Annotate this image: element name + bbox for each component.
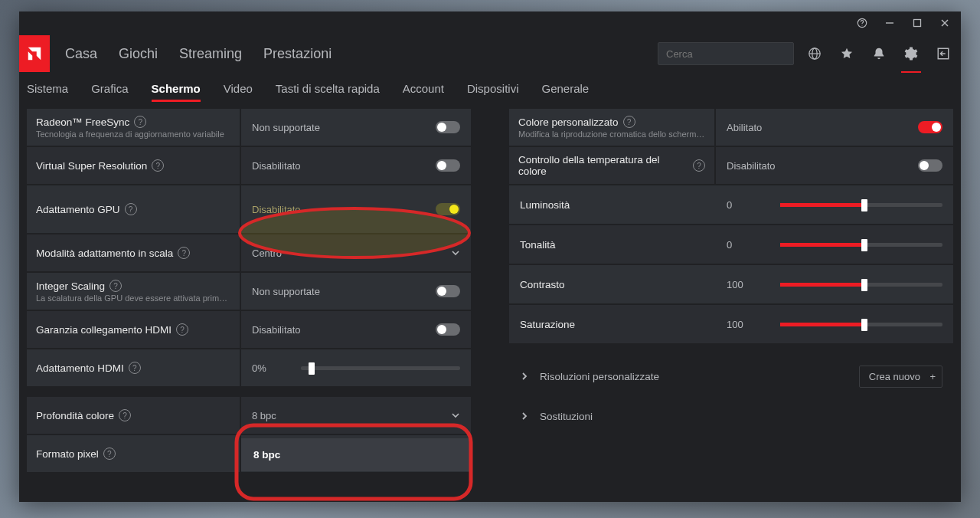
gpu-scaling-label: Adattamento GPU	[36, 204, 120, 215]
help-icon[interactable]: ?	[103, 448, 116, 460]
search-box[interactable]	[658, 42, 794, 65]
row-color-depth: Profondità colore? 8 bpc	[27, 397, 471, 434]
help-icon[interactable]: ?	[129, 362, 141, 374]
vsr-toggle[interactable]	[436, 159, 460, 172]
custom-color-sub: Modifica la riproduzione cromatica dello…	[518, 130, 705, 139]
color-depth-dropdown[interactable]: 8 bpc	[252, 410, 460, 421]
pixel-format-label: Formato pixel	[36, 448, 99, 460]
saturation-slider[interactable]	[780, 323, 942, 326]
close-button[interactable]	[939, 18, 950, 28]
row-gpu-scaling: Adattamento GPU? Disabilitato	[27, 185, 471, 233]
hue-slider[interactable]	[780, 243, 942, 247]
hue-label: Tonalità	[520, 239, 727, 251]
saturation-label: Saturazione	[520, 319, 727, 330]
row-contrast: Contrasto 100	[509, 265, 953, 303]
row-hue: Tonalità 0	[509, 225, 953, 264]
gpu-scaling-toggle[interactable]	[436, 203, 460, 215]
amd-logo[interactable]	[19, 35, 50, 72]
brightness-slider[interactable]	[780, 203, 942, 207]
row-custom-res[interactable]: Risoluzioni personalizzate Crea nuovo +	[509, 357, 953, 395]
row-hdmi-adapt: Adattamento HDMI? 0%	[27, 349, 471, 386]
right-column: Colore personalizzato? Modifica la ripro…	[509, 109, 953, 494]
tab-video[interactable]: Video	[224, 82, 253, 101]
gpu-scaling-value: Disabilitato	[252, 204, 301, 215]
contrast-label: Contrasto	[520, 279, 727, 290]
freesync-label: Radeon™ FreeSync	[36, 116, 129, 128]
saturation-value: 100	[727, 319, 780, 330]
freesync-toggle[interactable]	[436, 121, 460, 133]
svg-point-1	[861, 25, 862, 26]
hdmi-adapt-slider[interactable]: 0%	[252, 362, 460, 374]
chevron-right-icon	[520, 411, 529, 421]
contrast-value: 100	[727, 279, 780, 290]
help-icon[interactable]: ?	[125, 203, 137, 215]
tab-generale[interactable]: Generale	[541, 82, 589, 101]
row-integer-scaling: Integer Scaling? La scalatura della GPU …	[27, 273, 471, 310]
minimize-button[interactable]	[884, 18, 895, 28]
row-color-temp: Controllo della temperatura del colore? …	[509, 147, 953, 184]
nav-streaming[interactable]: Streaming	[179, 46, 242, 62]
help-icon[interactable]: ?	[134, 116, 146, 128]
scaling-mode-dropdown[interactable]: Centro	[252, 248, 460, 259]
custom-color-toggle[interactable]	[918, 121, 942, 133]
maximize-button[interactable]	[912, 18, 923, 28]
help-icon[interactable]: ?	[693, 159, 705, 172]
row-freesync: Radeon™ FreeSync? Tecnologia a frequenza…	[27, 109, 471, 146]
tab-hotkeys[interactable]: Tasti di scelta rapida	[276, 82, 380, 101]
custom-color-label: Colore personalizzato	[518, 116, 619, 128]
app-window: Casa Giochi Streaming Prestazioni Sistem…	[19, 11, 961, 502]
custom-color-value: Abilitato	[727, 122, 762, 133]
help-icon[interactable]: ?	[623, 116, 635, 128]
main-nav: Casa Giochi Streaming Prestazioni	[65, 46, 332, 62]
overrides-label: Sostituzioni	[540, 411, 593, 422]
row-scaling-mode: Modalità adattamento in scala? Centro	[27, 234, 471, 271]
color-depth-value: 8 bpc	[252, 410, 276, 421]
brightness-value: 0	[727, 199, 780, 211]
row-overrides[interactable]: Sostituzioni	[509, 397, 953, 435]
color-depth-option[interactable]: 8 bpc	[241, 438, 471, 471]
nav-casa[interactable]: Casa	[65, 46, 97, 62]
header: Casa Giochi Streaming Prestazioni	[19, 34, 961, 73]
help-icon[interactable]: ?	[119, 409, 131, 421]
sub-tabs: Sistema Grafica Schermo Video Tasti di s…	[19, 73, 961, 109]
tab-sistema[interactable]: Sistema	[27, 82, 68, 101]
titlebar	[19, 11, 961, 34]
help-icon[interactable]	[857, 18, 867, 28]
row-hdmi-link: Garanzia collegamento HDMI? Disabilitato	[27, 311, 471, 348]
exit-icon[interactable]	[936, 47, 950, 61]
chevron-down-icon	[451, 248, 460, 257]
create-new-button[interactable]: Crea nuovo +	[859, 366, 942, 388]
chevron-right-icon	[520, 372, 529, 381]
hdmi-link-label: Garanzia collegamento HDMI	[36, 324, 172, 336]
help-icon[interactable]: ?	[109, 280, 122, 292]
search-input[interactable]	[665, 48, 796, 61]
row-custom-color: Colore personalizzato? Modifica la ripro…	[509, 109, 953, 146]
tab-schermo[interactable]: Schermo	[152, 82, 201, 101]
plus-icon: +	[929, 371, 936, 382]
help-icon[interactable]: ?	[178, 247, 190, 259]
help-icon[interactable]: ?	[152, 159, 164, 172]
left-column: Radeon™ FreeSync? Tecnologia a frequenza…	[27, 109, 471, 494]
chevron-down-icon	[451, 411, 460, 420]
integer-label: Integer Scaling	[36, 280, 105, 292]
help-icon[interactable]: ?	[176, 323, 188, 336]
vsr-value: Disabilitato	[252, 160, 301, 172]
tab-account[interactable]: Account	[403, 82, 444, 101]
vsr-label: Virtual Super Resolution	[36, 160, 147, 172]
nav-prestazioni[interactable]: Prestazioni	[263, 46, 332, 62]
integer-toggle[interactable]	[436, 285, 460, 297]
globe-icon[interactable]	[808, 47, 822, 61]
hdmi-link-toggle[interactable]	[436, 323, 460, 336]
hdmi-link-value: Disabilitato	[252, 324, 301, 336]
gear-icon[interactable]	[904, 47, 918, 61]
color-temp-toggle[interactable]	[918, 159, 942, 172]
contrast-slider[interactable]	[780, 283, 942, 287]
tab-grafica[interactable]: Grafica	[91, 82, 128, 101]
tab-dispositivi[interactable]: Dispositivi	[467, 82, 519, 101]
brightness-label: Luminosità	[520, 199, 727, 211]
custom-res-label: Risoluzioni personalizzate	[540, 371, 659, 382]
nav-giochi[interactable]: Giochi	[119, 46, 158, 62]
bell-icon[interactable]	[872, 47, 886, 61]
star-icon[interactable]	[840, 47, 854, 61]
color-temp-label: Controllo della temperatura del colore	[518, 154, 688, 177]
